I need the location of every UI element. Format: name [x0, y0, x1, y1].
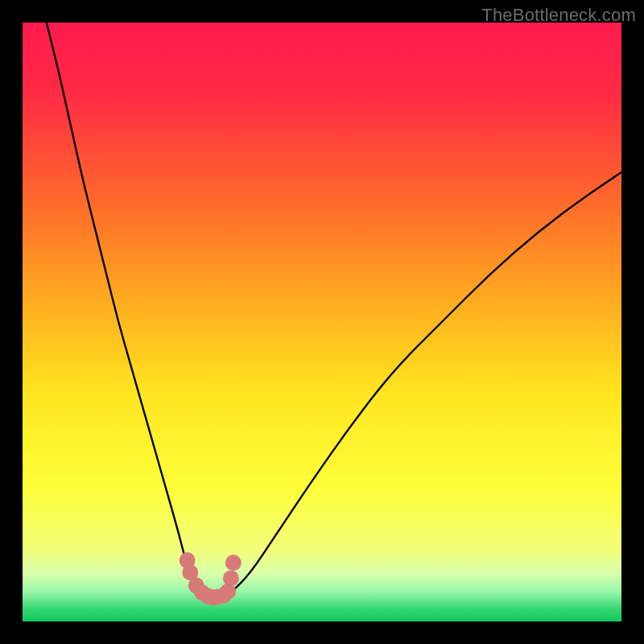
highlight-dot: [223, 570, 239, 586]
chart-container: TheBottleneck.com: [0, 0, 644, 644]
plot-area: [23, 23, 621, 621]
gradient-background: [23, 23, 621, 621]
plot-svg: [23, 23, 621, 621]
highlight-dot: [225, 555, 242, 571]
